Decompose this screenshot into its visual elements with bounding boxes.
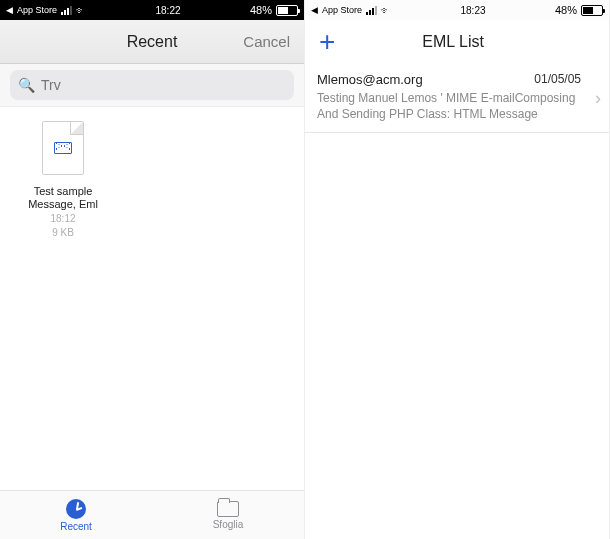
status-time: 18:23 [460, 5, 485, 16]
tab-bar: Recent Sfoglia [0, 490, 304, 539]
signal-icon [366, 6, 377, 15]
chevron-right-icon: › [595, 88, 601, 109]
back-arrow-icon: ◀ [311, 5, 318, 15]
eml-list-item[interactable]: Mlemos@acm.org 01/05/05 Testing Manuel L… [305, 64, 609, 133]
file-size: 9 KB [18, 227, 108, 239]
status-back-app[interactable]: App Store [322, 5, 362, 15]
status-time: 18:22 [155, 5, 180, 16]
eml-subject: Testing Manuel Lemos ' MIME E-mailCompos… [317, 91, 581, 122]
tab-recent[interactable]: Recent [0, 491, 152, 539]
folder-icon [217, 501, 239, 517]
battery-icon [276, 5, 298, 16]
phone-left-recent: ◀ App Store ᯤ 18:22 48% Recent Cancel 🔍 … [0, 0, 305, 539]
search-icon: 🔍 [18, 77, 35, 93]
search-box[interactable]: 🔍 [10, 70, 294, 100]
eml-date: 01/05/05 [534, 72, 581, 86]
search-row: 🔍 [0, 64, 304, 107]
status-battery-pct: 48% [555, 4, 577, 16]
status-battery-pct: 48% [250, 4, 272, 16]
tab-browse[interactable]: Sfoglia [152, 491, 304, 539]
file-grid: Test sample Message, Eml 18:12 9 KB [0, 107, 304, 490]
tab-browse-label: Sfoglia [213, 519, 244, 530]
search-input[interactable] [41, 77, 286, 93]
status-back-app[interactable]: App Store [17, 5, 57, 15]
status-bar: ◀ App Store ᯤ 18:23 48% [305, 0, 609, 20]
eml-file-icon [42, 121, 84, 175]
file-time: 18:12 [18, 213, 108, 225]
cancel-button[interactable]: Cancel [243, 33, 290, 50]
add-button[interactable]: + [319, 28, 335, 56]
phone-right-emllist: ◀ App Store ᯤ 18:23 48% + EML List Mlemo… [305, 0, 610, 539]
status-bar: ◀ App Store ᯤ 18:22 48% [0, 0, 304, 20]
signal-icon [61, 6, 72, 15]
envelope-icon [54, 142, 72, 154]
clock-icon [66, 499, 86, 519]
tab-recent-label: Recent [60, 521, 92, 532]
navbar: Recent Cancel [0, 20, 304, 64]
wifi-icon: ᯤ [76, 5, 86, 16]
wifi-icon: ᯤ [381, 5, 391, 16]
file-name: Test sample Message, Eml [18, 185, 108, 211]
file-tile[interactable]: Test sample Message, Eml 18:12 9 KB [18, 121, 108, 239]
back-arrow-icon: ◀ [6, 5, 13, 15]
battery-icon [581, 5, 603, 16]
nav-title: EML List [422, 33, 484, 51]
navbar: + EML List [305, 20, 609, 64]
